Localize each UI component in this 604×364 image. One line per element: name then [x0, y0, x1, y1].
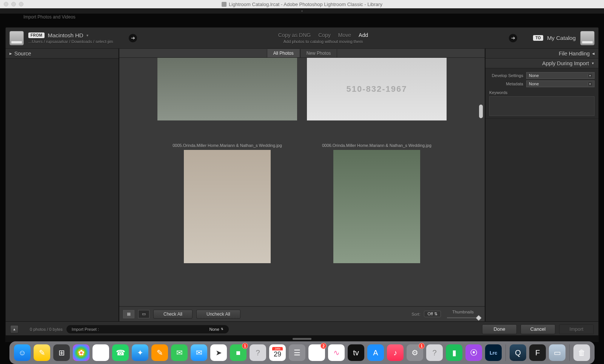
- dock-tv-icon[interactable]: tv: [348, 344, 364, 361]
- scrollbar-thumb[interactable]: [479, 105, 483, 118]
- method-copy[interactable]: Copy: [318, 32, 331, 38]
- develop-settings-label: Develop Settings: [489, 73, 523, 78]
- thumbnails-label: Thumbnails: [452, 310, 474, 314]
- photo-filter-tabs: All Photos New Photos: [119, 49, 485, 58]
- from-pill: FROM: [28, 32, 45, 38]
- photo-text: 510-832-1967: [346, 84, 407, 94]
- dock-maps-icon[interactable]: ➤: [210, 344, 227, 361]
- check-all-button[interactable]: Check All: [153, 310, 193, 319]
- dock-calendar-icon[interactable]: JAN 29: [269, 344, 286, 361]
- metadata-label: Metadata: [489, 82, 523, 86]
- dock-contacts-icon[interactable]: ☰: [289, 344, 305, 361]
- dock-settings-icon[interactable]: ⚙1: [407, 344, 423, 361]
- thumbnail-filename: 0005.Orinda.Miller Home.Mariann & Nathan…: [157, 143, 297, 148]
- dock-podcasts-icon[interactable]: ⦿: [465, 344, 482, 361]
- apply-during-import-header[interactable]: Apply During Import ▼: [485, 59, 598, 68]
- dock-help-icon[interactable]: ?: [250, 344, 266, 361]
- method-add[interactable]: Add: [359, 32, 368, 38]
- develop-settings-select[interactable]: None: [526, 72, 595, 79]
- dock-notes-icon[interactable]: ✎: [34, 344, 50, 361]
- source-panel-title: Source: [14, 51, 31, 57]
- top-module-bar-collapsed[interactable]: [0, 8, 604, 14]
- loupe-view-button[interactable]: ▭: [138, 310, 149, 318]
- dock-finder-icon[interactable]: ☺: [14, 344, 31, 361]
- center-toolbar: ▦ ▭ Check All Uncheck All Sort: Off ⇅ Th…: [119, 306, 485, 321]
- tab-all-photos[interactable]: All Photos: [267, 49, 300, 57]
- sort-dropdown[interactable]: Off ⇅: [424, 311, 441, 317]
- triangle-left-icon: ◀: [592, 52, 595, 56]
- uncheck-all-button[interactable]: Uncheck All: [196, 310, 240, 319]
- import-dialog: FROM Macintosh HD ▾ ...Users / rupsasark…: [5, 27, 599, 337]
- file-handling-header[interactable]: File Handling ◀: [485, 49, 598, 59]
- badge: 2: [320, 343, 327, 349]
- right-side-panel: File Handling ◀ Apply During Import ▼ De…: [485, 49, 598, 321]
- dock-freeform-icon[interactable]: ∿: [328, 344, 345, 361]
- minimize-window-button[interactable]: [11, 2, 16, 6]
- done-button[interactable]: Done: [482, 324, 517, 334]
- keywords-textarea[interactable]: [489, 96, 595, 116]
- dock-messages-icon[interactable]: ✉: [171, 344, 188, 361]
- dock-help-icon[interactable]: ?: [426, 344, 443, 361]
- traffic-lights: [0, 2, 23, 6]
- chevron-down-icon: ▾: [86, 33, 88, 37]
- arrow-right-icon: ➔: [509, 34, 517, 42]
- apply-during-import-section: Develop Settings None Metadata None Keyw…: [485, 68, 598, 119]
- thumbnail-size-slider[interactable]: [447, 317, 481, 318]
- dock-photos-icon[interactable]: ✿: [73, 344, 89, 361]
- cancel-button[interactable]: Cancel: [521, 324, 555, 334]
- dock-quicktime-icon[interactable]: Q: [510, 344, 526, 361]
- dock-divider: [569, 344, 570, 361]
- dock-music-icon[interactable]: ♪: [387, 344, 404, 361]
- metadata-select[interactable]: None: [526, 80, 595, 87]
- apply-during-import-title: Apply During Import: [542, 60, 589, 66]
- thumbnail-item[interactable]: 510-832-1967: [307, 58, 447, 120]
- close-window-button[interactable]: [4, 2, 8, 6]
- dock-chrome-icon[interactable]: ◉: [92, 344, 109, 361]
- dock-launchpad-icon[interactable]: ⊞: [53, 344, 70, 361]
- thumbnail-item[interactable]: [184, 150, 271, 263]
- sort-label: Sort:: [411, 312, 420, 316]
- badge: 1: [419, 343, 425, 349]
- to-block[interactable]: ➔ TO My Catalog: [509, 31, 595, 45]
- window-title-text: Lightroom Catalog.lrcat - Adobe Photosho…: [229, 2, 382, 7]
- thumbnail-filename: 0006.Orinda.Miller Home.Mariann & Nathan…: [307, 143, 447, 148]
- triangle-right-icon: ▶: [9, 52, 12, 56]
- dock: ☺ ✎ ⊞ ✿ ◉ ☎ ✦ ✎ ✉ ✉ ➤ ■1 ? JAN 29 ☰ ☑2 ∿…: [9, 341, 595, 364]
- import-preset-value: None: [210, 327, 219, 332]
- dock-whatsapp-icon[interactable]: ☎: [112, 344, 129, 361]
- source-panel-header[interactable]: ▶ Source: [6, 49, 119, 59]
- grid-view-button[interactable]: ▦: [123, 310, 134, 318]
- dock-appstore-icon[interactable]: A: [367, 344, 384, 361]
- dock-figma-icon[interactable]: F: [529, 344, 546, 361]
- dock-pages-icon[interactable]: ✎: [151, 344, 168, 361]
- dock-trash-icon[interactable]: 🗑: [573, 344, 590, 361]
- thumbnail-item[interactable]: [333, 150, 420, 263]
- dock-reminders-icon[interactable]: ☑2: [308, 344, 325, 361]
- import-preset-bar[interactable]: Import Preset : None ⇅: [66, 325, 229, 333]
- thumbnail-item[interactable]: [157, 58, 297, 120]
- dock-numbers-icon[interactable]: ▮: [446, 344, 462, 361]
- tab-new-photos[interactable]: New Photos: [300, 49, 337, 57]
- import-button[interactable]: Import: [559, 324, 594, 334]
- dock-area: ☺ ✎ ⊞ ✿ ◉ ☎ ✦ ✎ ✉ ✉ ➤ ■1 ? JAN 29 ☰ ☑2 ∿…: [0, 337, 604, 364]
- dock-preview-icon[interactable]: ▭: [549, 344, 565, 361]
- dock-facetime-icon[interactable]: ■1: [230, 344, 247, 361]
- badge: 1: [242, 343, 248, 349]
- expand-collapse-button[interactable]: ▲: [10, 325, 18, 333]
- dock-lightroom-icon[interactable]: Lrc: [485, 344, 502, 361]
- method-copy-dng[interactable]: Copy as DNG: [278, 32, 311, 38]
- file-handling-title: File Handling: [559, 51, 590, 57]
- from-block[interactable]: FROM Macintosh HD ▾ ...Users / rupsasark…: [9, 31, 137, 45]
- thumbnail-grid[interactable]: 510-832-1967 0005.Orinda.Miller Home.Mar…: [119, 58, 485, 306]
- triangle-down-icon: ▼: [591, 62, 595, 65]
- zoom-window-button[interactable]: [19, 2, 23, 6]
- to-pill: TO: [533, 35, 543, 41]
- harddrive-icon: [9, 31, 24, 45]
- dock-mail-icon[interactable]: ✉: [191, 344, 207, 361]
- selection-status: 0 photos / 0 bytes: [30, 327, 63, 332]
- arrow-right-icon: ➔: [129, 34, 137, 42]
- calendar-day: 29: [274, 350, 281, 358]
- method-move[interactable]: Move: [338, 32, 351, 38]
- import-hint: Import Photos and Videos: [23, 14, 76, 20]
- dock-safari-icon[interactable]: ✦: [132, 344, 148, 361]
